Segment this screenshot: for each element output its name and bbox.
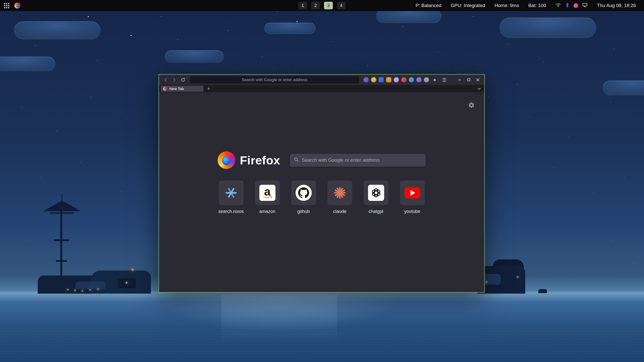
dock-light <box>67 289 68 290</box>
status-bar-left <box>0 3 20 9</box>
menu-icon[interactable] <box>441 76 448 83</box>
reload-button[interactable] <box>179 76 187 83</box>
workspace-switcher: 1 2 3 4 <box>298 2 346 9</box>
shortcut-claude[interactable]: claude <box>328 180 352 214</box>
ping-status: Home: 9ms <box>490 3 524 8</box>
dock-light <box>90 289 91 290</box>
extension-icon-7[interactable] <box>409 77 414 82</box>
cloud <box>499 18 596 38</box>
forward-button[interactable] <box>171 76 178 83</box>
amazon-icon: a <box>259 185 275 201</box>
extension-icon-3[interactable] <box>379 77 384 82</box>
shortcut-label: youtube <box>404 209 420 214</box>
clock: Thu Aug 08, 18:26 <box>592 3 640 8</box>
shortcut-chatgpt[interactable]: chatgpt <box>364 180 388 214</box>
new-tab-page: Firefox search.nixos <box>159 92 484 292</box>
firefox-window: New Tab + Firefox <box>158 74 485 293</box>
close-button[interactable] <box>474 77 481 83</box>
cloud <box>14 21 101 39</box>
firefox-launcher-icon[interactable] <box>14 3 20 9</box>
battery-status: Bat: 100 <box>524 3 551 8</box>
island-light <box>486 282 487 283</box>
newtab-hero: Firefox <box>159 151 484 169</box>
bluetooth-icon[interactable] <box>565 3 570 9</box>
claude-icon <box>333 186 346 199</box>
wifi-icon[interactable] <box>555 2 561 9</box>
firefox-wordmark: Firefox <box>240 153 280 167</box>
shortcut-search-nixos[interactable]: search.nixos <box>219 180 244 214</box>
chatgpt-icon <box>368 185 384 201</box>
power-profile-status: P: Balanced <box>411 3 446 8</box>
search-icon <box>294 157 299 163</box>
cloud <box>165 50 224 63</box>
back-button[interactable] <box>162 76 170 83</box>
watchtower-roof <box>43 201 81 211</box>
cloud <box>0 57 55 71</box>
dock-light <box>74 290 75 291</box>
new-tab-button[interactable]: + <box>205 86 212 92</box>
workspace-1[interactable]: 1 <box>298 2 307 9</box>
shortcut-youtube[interactable]: youtube <box>400 180 425 214</box>
extension-icon-4[interactable] <box>386 77 391 82</box>
url-bar[interactable] <box>190 76 359 83</box>
extension-icon-2[interactable] <box>371 77 376 82</box>
shortcut-label: search.nixos <box>218 209 244 214</box>
cloud <box>264 23 316 34</box>
extension-icon-5[interactable] <box>394 77 399 82</box>
url-input[interactable] <box>190 76 359 83</box>
extension-icon-9[interactable] <box>424 77 429 82</box>
shortcut-label: chatgpt <box>369 209 383 214</box>
tab-title: New Tab <box>169 86 184 91</box>
status-icons <box>551 2 592 9</box>
hut-light <box>126 282 127 283</box>
island-light <box>517 277 518 278</box>
settings-gear-icon[interactable] <box>468 102 475 109</box>
shortcut-amazon[interactable]: a amazon <box>255 180 280 214</box>
newtab-search-bar[interactable] <box>290 154 426 167</box>
desktop: 1 2 3 4 P: Balanced GPU: Integrated Home… <box>0 0 644 362</box>
workspace-4[interactable]: 4 <box>337 2 346 9</box>
minimize-button[interactable] <box>456 77 463 83</box>
youtube-icon <box>405 187 420 198</box>
extension-icon-8[interactable] <box>416 77 422 82</box>
shortcut-label: github <box>297 209 310 214</box>
shortcut-github[interactable]: github <box>291 180 316 214</box>
browser-toolbar <box>159 75 484 85</box>
tab-strip: New Tab + <box>159 85 484 92</box>
extension-icon-1[interactable] <box>364 77 369 82</box>
apps-grid-icon[interactable] <box>4 3 9 8</box>
newtab-search-input[interactable] <box>302 157 422 163</box>
dock-light <box>82 290 83 291</box>
water-reflection <box>221 295 337 347</box>
status-bar: 1 2 3 4 P: Balanced GPU: Integrated Home… <box>0 0 644 11</box>
github-icon <box>296 185 312 201</box>
extension-icon-6[interactable] <box>401 77 407 82</box>
extensions-puzzle-icon[interactable] <box>431 76 438 83</box>
tab-chevron-icon[interactable] <box>476 86 482 92</box>
workspace-3[interactable]: 3 <box>324 2 333 9</box>
extensions-cluster <box>364 76 448 83</box>
gpu-status: GPU: Integrated <box>446 3 490 8</box>
nixos-icon <box>225 186 238 199</box>
cloud <box>376 10 441 23</box>
display-icon[interactable] <box>582 2 588 9</box>
status-bar-right: P: Balanced GPU: Integrated Home: 9ms Ba… <box>411 2 644 9</box>
dock-light <box>98 289 99 290</box>
pink-indicator-icon[interactable] <box>574 3 578 8</box>
firefox-tab-icon <box>163 86 167 91</box>
cloud <box>602 80 644 96</box>
shortcut-label: amazon <box>259 209 275 214</box>
maximize-button[interactable] <box>465 77 472 83</box>
window-controls <box>456 77 481 83</box>
shortcut-grid: search.nixos a amazon <box>159 180 484 214</box>
shortcut-label: claude <box>333 209 346 214</box>
workspace-2[interactable]: 2 <box>311 2 320 9</box>
firefox-logo <box>218 151 235 169</box>
tower-light <box>132 269 133 270</box>
tab-new-tab[interactable]: New Tab <box>161 86 204 92</box>
hut <box>118 278 136 288</box>
